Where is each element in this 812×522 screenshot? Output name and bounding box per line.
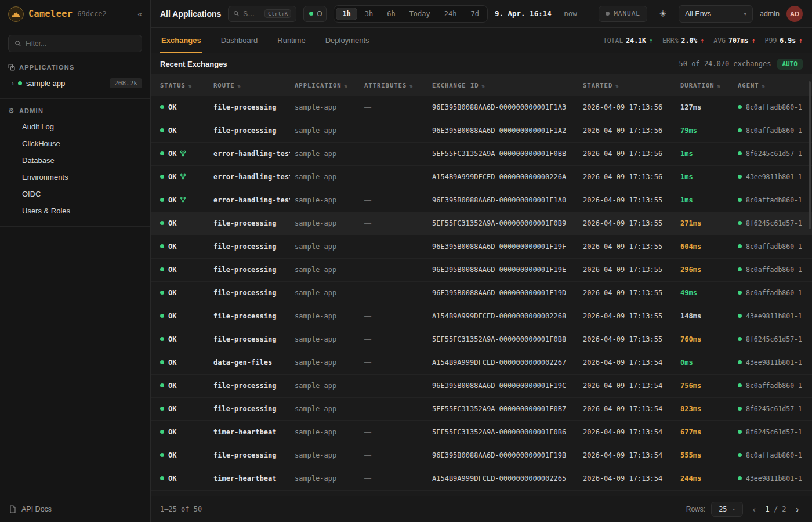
time-range-1h[interactable]: 1h xyxy=(336,8,357,20)
column-header-application[interactable]: APPLICATION⇅ xyxy=(290,74,360,96)
sidebar-item-oidc[interactable]: OIDC xyxy=(0,186,150,202)
stat-p99: P996.9s↑ xyxy=(765,37,803,45)
search-placeholder: S… xyxy=(243,10,255,18)
status-cell: OK xyxy=(151,212,209,235)
table-row[interactable]: OKfile-processingsample-app—96E395B0088A… xyxy=(151,374,812,397)
table-row[interactable]: OKerror-handling-testsample-app—A154B9A9… xyxy=(151,165,812,188)
column-header-attributes[interactable]: ATTRIBUTES⇅ xyxy=(360,74,427,96)
route-cell: error-handling-test xyxy=(209,188,290,212)
started-cell: 2026-04-09 17:13:55 xyxy=(578,212,676,235)
manual-refresh-button[interactable]: MANUAL xyxy=(599,6,647,22)
avatar[interactable]: AD xyxy=(786,6,803,22)
attributes-cell: — xyxy=(360,444,427,467)
table-row[interactable]: OKtimer-heartbeatsample-app—A154B9A999DF… xyxy=(151,467,812,490)
column-header-route[interactable]: ROUTE⇅ xyxy=(209,74,290,96)
next-page-button[interactable]: › xyxy=(792,503,803,516)
tab-deployments[interactable]: Deployments xyxy=(324,28,371,53)
chevron-down-icon: ▾ xyxy=(744,11,746,17)
table-row[interactable]: OKfile-processingsample-app—5EF55FC31352… xyxy=(151,212,812,235)
started-cell: 2026-04-09 17:13:55 xyxy=(578,304,676,328)
theme-toggle-button[interactable]: ☀ xyxy=(654,6,672,22)
agent-cell: 8c0affadb860-1 xyxy=(733,188,812,212)
application-cell: sample-app xyxy=(290,142,360,165)
rows-per-page-select[interactable]: 25 ▾ xyxy=(711,502,743,517)
sidebar-item-database[interactable]: Database xyxy=(0,152,150,169)
tab-dashboard[interactable]: Dashboard xyxy=(220,28,259,53)
sidebar-filter-input[interactable] xyxy=(26,39,136,48)
stat-avg: AVG707ms↑ xyxy=(713,37,755,45)
agent-cell: 8f6245c61d57-1 xyxy=(733,328,812,351)
sidebar-item-environments[interactable]: Environments xyxy=(0,169,150,186)
column-header-exchange-id[interactable]: EXCHANGE ID⇅ xyxy=(427,74,578,96)
sidebar-item-sample-app[interactable]: › sample app 208.2k xyxy=(0,74,150,92)
tab-runtime[interactable]: Runtime xyxy=(276,28,306,53)
agent-status-dot xyxy=(738,244,742,248)
prev-page-button[interactable]: ‹ xyxy=(749,503,759,516)
column-header-started[interactable]: STARTED⇅ xyxy=(578,74,676,96)
total-pages: 2 xyxy=(782,505,786,513)
duration-cell: 79ms xyxy=(676,119,733,142)
sidebar-item-audit-log[interactable]: Audit Log xyxy=(0,118,150,135)
table-row[interactable]: OKtimer-heartbeatsample-app—5EF55FC31352… xyxy=(151,420,812,444)
table-row[interactable]: OKerror-handling-testsample-app—96E395B0… xyxy=(151,188,812,212)
column-header-duration[interactable]: DURATION⇅ xyxy=(676,74,733,96)
column-header-agent[interactable]: AGENT⇅ xyxy=(733,74,812,96)
live-toggle[interactable]: O xyxy=(303,6,327,22)
table-row[interactable]: OKfile-processingsample-app—96E395B0088A… xyxy=(151,235,812,258)
application-cell: sample-app xyxy=(290,304,360,328)
duration-cell: 148ms xyxy=(676,304,733,328)
agent-status-dot xyxy=(738,291,742,295)
auto-refresh-badge[interactable]: AUTO xyxy=(777,59,803,70)
exchange-id-cell: 96E395B0088AA6D-000000000001F1A0 xyxy=(427,188,578,212)
column-header-status[interactable]: STATUS⇅ xyxy=(151,74,209,96)
table-row[interactable]: OKfile-processingsample-app—96E395B0088A… xyxy=(151,96,812,119)
agent-status-dot xyxy=(738,221,742,225)
document-icon xyxy=(9,505,16,513)
gear-icon: ⚙ xyxy=(8,107,15,115)
table-row[interactable]: OKfile-processingsample-app—96E395B0088A… xyxy=(151,444,812,467)
global-search-input[interactable]: S… Ctrl+K xyxy=(228,6,296,22)
agent-cell: 43ee9811b801-1 xyxy=(733,467,812,490)
sidebar-item-users-roles[interactable]: Users & Roles xyxy=(0,202,150,219)
time-to: now xyxy=(564,9,577,18)
time-range-today[interactable]: Today xyxy=(403,8,437,20)
sidebar-collapse-button[interactable]: « xyxy=(137,9,142,19)
scrollbar[interactable] xyxy=(809,81,811,229)
time-range-3h[interactable]: 3h xyxy=(358,8,379,20)
time-range-6h[interactable]: 6h xyxy=(380,8,401,20)
table-row[interactable]: OKdata-gen-filessample-app—A154B9A999DFC… xyxy=(151,351,812,374)
app-root: Cameleer 69dcce2 « APPLICATIONS › sample… xyxy=(0,0,812,522)
attributes-cell: — xyxy=(360,467,427,490)
stat-err: ERR%2.0%↑ xyxy=(662,37,704,45)
time-separator: — xyxy=(556,9,560,18)
build-version: 69dcce2 xyxy=(77,10,107,18)
table-row[interactable]: OKerror-handling-testsample-app—5EF55FC3… xyxy=(151,142,812,165)
table-row[interactable]: OKfile-processingsample-app—96E395B0088A… xyxy=(151,281,812,304)
duration-cell: 296ms xyxy=(676,258,733,281)
applications-icon xyxy=(8,64,15,71)
duration-cell: 244ms xyxy=(676,467,733,490)
env-select[interactable]: All Envs ▾ xyxy=(679,5,753,23)
table-row[interactable]: OKfile-processingsample-app—5EF55FC31352… xyxy=(151,328,812,351)
application-cell: sample-app xyxy=(290,235,360,258)
table-row[interactable]: OKfile-processingsample-app—5EF55FC31352… xyxy=(151,397,812,420)
agent-status-dot xyxy=(738,128,742,132)
agent-cell: 43ee9811b801-1 xyxy=(733,165,812,188)
table-row[interactable]: OKfile-processingsample-app—96E395B0088A… xyxy=(151,119,812,142)
route-cell: file-processing xyxy=(209,397,290,420)
sidebar-item-api-docs[interactable]: API Docs xyxy=(0,496,150,522)
tab-exchanges[interactable]: Exchanges xyxy=(160,28,202,53)
time-range-24h[interactable]: 24h xyxy=(438,8,463,20)
table-row[interactable]: OKfile-processingsample-app—96E395B0088A… xyxy=(151,258,812,281)
table-row[interactable]: OKfile-processingsample-app—A154B9A999DF… xyxy=(151,304,812,328)
fork-icon xyxy=(180,197,186,205)
live-toggle-label: O xyxy=(317,10,322,18)
search-icon xyxy=(233,10,240,17)
time-range-7d[interactable]: 7d xyxy=(464,8,485,20)
agent-status-dot xyxy=(738,453,742,457)
agent-cell: 43ee9811b801-1 xyxy=(733,351,812,374)
sidebar-item-clickhouse[interactable]: ClickHouse xyxy=(0,135,150,152)
application-cell: sample-app xyxy=(290,119,360,142)
pagination-range: 1–25 of 50 xyxy=(160,505,202,513)
exchange-id-cell: A154B9A999DFCED-0000000000002268 xyxy=(427,304,578,328)
